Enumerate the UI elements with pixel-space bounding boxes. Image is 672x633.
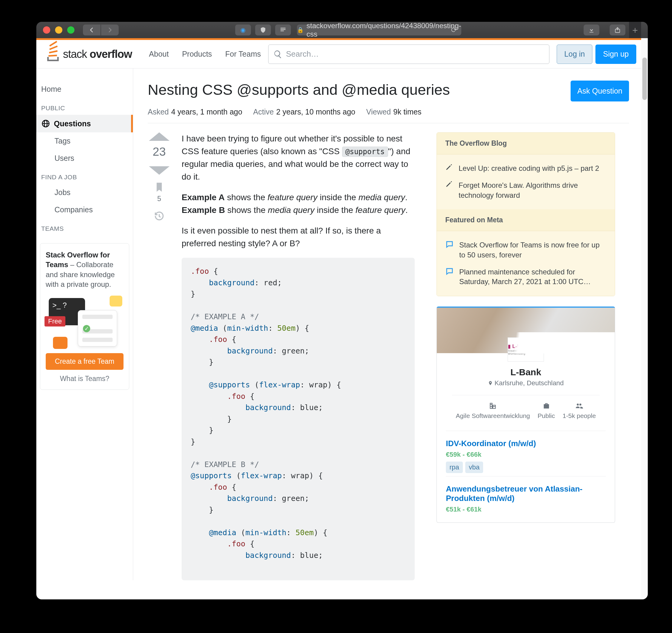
close-window[interactable] [43, 26, 50, 33]
vertical-scrollbar-thumb[interactable] [642, 57, 647, 100]
svg-rect-2 [280, 30, 284, 31]
job-salary: €59k - €66k [446, 451, 606, 459]
pencil-icon [445, 164, 453, 173]
sidebar-section-findjob: FIND A JOB [36, 167, 133, 184]
bulletin-header-blog: The Overflow Blog [437, 133, 615, 155]
people-icon [575, 402, 583, 410]
downvote-button[interactable] [149, 166, 169, 175]
nav-for-teams[interactable]: For Teams [225, 50, 261, 58]
nav-about[interactable]: About [149, 50, 169, 58]
new-tab-button[interactable]: ＋ [629, 22, 641, 38]
blog-link[interactable]: Forget Moore's Law. Algorithms drive tec… [459, 181, 606, 200]
shield-icon[interactable] [255, 25, 271, 36]
job-title-link[interactable]: IDV-Koordinator (m/w/d) [446, 439, 536, 448]
company-name[interactable]: L-Bank [446, 367, 606, 377]
sidebar-section-teams: TEAMS [36, 218, 133, 235]
briefcase-icon [543, 402, 550, 410]
page-viewport: stack overflow About Products For Teams … [36, 38, 641, 600]
activity-icon[interactable] [154, 211, 164, 222]
address-bar[interactable]: 🔒 stackoverflow.com/questions/42438009/n… [297, 25, 461, 36]
topbar-nav: About Products For Teams [149, 50, 261, 58]
company-stat-industry: Agile Softwareentwicklung [456, 402, 530, 420]
site-logo-text: stack overflow [63, 48, 132, 61]
what-is-teams-link[interactable]: What is Teams? [46, 375, 123, 383]
create-free-team-button[interactable]: Create a free Team [46, 353, 123, 370]
search-input[interactable] [286, 49, 544, 59]
nav-back-button[interactable] [83, 25, 100, 36]
job-tag[interactable]: vba [465, 462, 483, 473]
bulletin-header-meta: Featured on Meta [437, 209, 615, 231]
job-listing: Anwendungsbetreuer von Atlassian-Produkt… [446, 476, 606, 516]
pencil-icon [445, 181, 453, 200]
site-logo[interactable]: stack overflow [41, 47, 137, 61]
nav-forward-button[interactable] [101, 25, 119, 36]
globe-icon [41, 119, 50, 128]
question-title: Nesting CSS @supports and @media queries [148, 80, 450, 99]
meta-bubble-icon [445, 240, 454, 260]
company-stat-size: 1-5k people [563, 402, 596, 420]
minimize-window[interactable] [55, 26, 62, 33]
share-icon[interactable] [610, 25, 625, 36]
meta-link[interactable]: Planned maintenance scheduled for Saturd… [459, 267, 606, 287]
site-topbar: stack overflow About Products For Teams … [36, 40, 641, 68]
inline-code: @supports [342, 147, 388, 157]
question-meta: Asked4 years, 1 month ago Active2 years,… [148, 108, 629, 123]
browser-window: ◉ 🔒 stackoverflow.com/questions/42438009… [36, 22, 648, 600]
sidebar-item-jobs[interactable]: Jobs [36, 184, 133, 201]
ask-question-button[interactable]: Ask Question [571, 80, 629, 101]
url-text: stackoverflow.com/questions/42438009/nes… [307, 22, 461, 39]
meta-bubble-icon [445, 267, 454, 287]
site-search[interactable] [268, 45, 549, 64]
stackoverflow-icon [46, 47, 60, 61]
login-button[interactable]: Log in [557, 45, 592, 64]
code-block: .foo { background: red; } /* EXAMPLE A *… [182, 258, 415, 580]
downloads-icon[interactable] [584, 25, 599, 36]
search-icon [273, 50, 282, 59]
teams-illustration: >_ ? Free ✓ [46, 296, 123, 347]
company-stat-type: Public [537, 402, 555, 420]
job-listing: IDV-Koordinator (m/w/d) €59k - €66k rpav… [446, 431, 606, 476]
company-location: Karlsruhe, Deutschland [446, 379, 606, 387]
pin-icon [488, 380, 493, 386]
sidebar-item-label: Questions [54, 119, 91, 128]
vote-column: 23 5 [148, 132, 171, 580]
company-logo: ▮ L-BANKStaatsbank für Baden-Württemberg [508, 337, 544, 361]
nav-products[interactable]: Products [182, 50, 212, 58]
signup-button[interactable]: Sign up [595, 45, 636, 64]
sidebar-item-users[interactable]: Users [36, 149, 133, 167]
sidebar-item-tags[interactable]: Tags [36, 132, 133, 149]
upvote-button[interactable] [149, 132, 169, 141]
privacy-report-icon[interactable]: ◉ [235, 25, 251, 36]
blog-link[interactable]: Level Up: creative coding with p5.js – p… [459, 164, 599, 173]
reader-icon[interactable] [275, 25, 291, 36]
meta-link[interactable]: Stack Overflow for Teams is now free for… [459, 240, 606, 260]
window-controls [43, 26, 74, 33]
browser-titlebar: ◉ 🔒 stackoverflow.com/questions/42438009… [36, 22, 648, 38]
teams-promo-card: Stack Overflow for Teams – Collaborate a… [40, 243, 129, 390]
job-title-link[interactable]: Anwendungsbetreuer von Atlassian-Produkt… [446, 484, 582, 503]
building-icon [489, 402, 497, 410]
community-bulletin: The Overflow Blog Level Up: creative cod… [436, 132, 615, 296]
question-body: I have been trying to figure out whether… [182, 132, 415, 580]
bookmark-count: 5 [158, 195, 161, 203]
vote-score: 23 [152, 145, 166, 158]
reload-icon[interactable]: ⟳ [451, 26, 457, 34]
svg-rect-1 [280, 29, 285, 30]
sidebar-item-questions[interactable]: Questions [36, 115, 133, 132]
sidebar-item-home[interactable]: Home [36, 80, 133, 98]
main-content: Nesting CSS @supports and @media queries… [133, 68, 641, 580]
vertical-scrollbar-track[interactable] [641, 38, 648, 600]
lock-icon: 🔒 [297, 27, 304, 33]
left-sidebar: Home PUBLIC Questions Tags Users FIND A … [36, 68, 133, 580]
sidebar-section-public: PUBLIC [36, 98, 133, 115]
bookmark-button[interactable] [155, 182, 163, 193]
company-cover-image: ▮ L-BANKStaatsbank für Baden-Württemberg [437, 308, 615, 353]
job-tag[interactable]: rpa [446, 462, 463, 473]
sidebar-item-companies[interactable]: Companies [36, 201, 133, 218]
right-sidebar: The Overflow Blog Level Up: creative cod… [436, 132, 615, 580]
company-ad-card: ▮ L-BANKStaatsbank für Baden-Württemberg… [436, 306, 615, 523]
maximize-window[interactable] [67, 26, 74, 33]
job-salary: €51k - €61k [446, 506, 606, 513]
svg-rect-0 [280, 28, 285, 28]
